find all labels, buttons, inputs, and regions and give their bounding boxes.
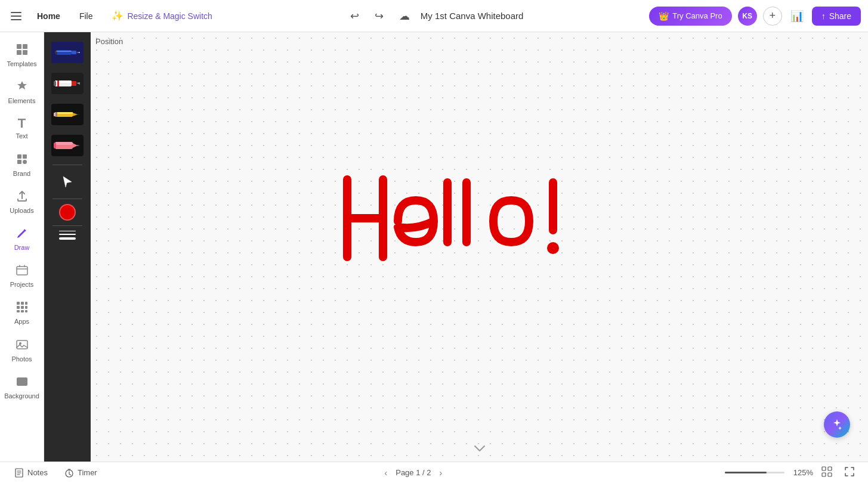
panel-divider-3 xyxy=(52,225,82,226)
svg-rect-6 xyxy=(17,160,21,164)
apps-label: Apps xyxy=(14,318,29,326)
fullscreen-icon xyxy=(844,466,855,477)
stroke-thick xyxy=(59,237,76,240)
svg-rect-5 xyxy=(23,154,27,159)
grid-view-icon xyxy=(821,466,832,477)
draw-panel: ‹ xyxy=(44,32,91,462)
stroke-thin xyxy=(59,231,76,231)
svg-rect-11 xyxy=(25,302,27,305)
svg-rect-38 xyxy=(55,112,57,117)
cloud-save-button[interactable]: ☁ xyxy=(394,7,415,25)
sidebar-item-text[interactable]: T Text xyxy=(0,111,44,146)
canvas-dots-background xyxy=(91,32,868,462)
page-info: Page 1 / 2 xyxy=(396,468,431,477)
svg-rect-20 xyxy=(17,377,27,386)
sidebar-item-brand[interactable]: Brand xyxy=(0,147,44,184)
cursor-tool[interactable] xyxy=(50,170,85,194)
notes-button[interactable]: Notes xyxy=(10,466,52,480)
avatar[interactable]: KS xyxy=(738,7,757,26)
draw-icon xyxy=(16,227,29,242)
sidebar-item-draw[interactable]: Draw xyxy=(0,221,44,258)
text-label: Text xyxy=(16,132,27,140)
svg-rect-0 xyxy=(17,44,21,49)
fullscreen-button[interactable] xyxy=(841,465,858,481)
sidebar-item-apps[interactable]: Apps xyxy=(0,295,44,332)
sidebar-item-photos[interactable]: Photos xyxy=(0,332,44,369)
menu-icon[interactable] xyxy=(7,8,25,24)
sidebar-item-projects[interactable]: Projects xyxy=(0,258,44,295)
svg-rect-16 xyxy=(21,310,24,312)
svg-rect-10 xyxy=(21,302,24,305)
panel-divider-2 xyxy=(52,199,82,199)
svg-rect-2 xyxy=(17,50,21,55)
svg-rect-1 xyxy=(23,44,27,49)
svg-rect-53 xyxy=(822,473,826,476)
content-area: ‹ Position xyxy=(44,32,868,462)
svg-rect-23 xyxy=(72,51,76,54)
panel-divider-1 xyxy=(52,165,82,165)
pencil-brush-svg xyxy=(51,104,84,125)
photos-icon xyxy=(16,338,29,353)
left-sidebar: Templates Elements T Text B xyxy=(0,32,44,462)
magic-circle-button[interactable] xyxy=(824,411,850,438)
redo-button[interactable]: ↪ xyxy=(370,7,388,25)
sidebar-item-elements[interactable]: Elements xyxy=(0,74,44,111)
pencil-brush-item[interactable] xyxy=(50,100,85,129)
document-title[interactable]: My 1st Canva Whiteboard xyxy=(421,11,524,21)
undo-button[interactable]: ↩ xyxy=(345,7,364,25)
svg-rect-18 xyxy=(17,340,27,349)
highlighter-brush-item[interactable] xyxy=(50,131,85,160)
share-button[interactable]: ↑ Share xyxy=(812,7,861,26)
sidebar-item-uploads[interactable]: Uploads xyxy=(0,184,44,221)
zoom-percentage: 125% xyxy=(789,468,813,477)
brand-icon xyxy=(16,153,29,168)
elements-icon xyxy=(16,80,29,95)
svg-rect-44 xyxy=(55,142,73,145)
page-nav-chevron[interactable] xyxy=(472,444,487,456)
stats-button[interactable]: 📊 xyxy=(788,7,806,25)
sidebar-item-templates[interactable]: Templates xyxy=(0,37,44,74)
canvas-area[interactable]: Position xyxy=(91,32,868,462)
projects-icon xyxy=(16,264,29,278)
elements-label: Elements xyxy=(8,97,36,105)
bottom-center: ‹ Page 1 / 2 › xyxy=(109,467,718,479)
share-icon: ↑ xyxy=(821,11,826,21)
svg-rect-51 xyxy=(822,467,826,470)
text-icon: T xyxy=(18,117,26,130)
svg-rect-4 xyxy=(17,154,21,159)
svg-rect-14 xyxy=(25,306,27,309)
stroke-width-selector[interactable] xyxy=(59,231,76,240)
pen-brush-svg xyxy=(51,42,84,63)
grid-view-button[interactable] xyxy=(818,465,836,481)
topbar-center: ↩ ↪ ☁ My 1st Canva Whiteboard xyxy=(224,7,644,25)
svg-rect-17 xyxy=(25,310,27,312)
color-swatch[interactable] xyxy=(59,204,76,221)
home-button[interactable]: Home xyxy=(30,8,67,24)
file-button[interactable]: File xyxy=(72,8,100,24)
uploads-label: Uploads xyxy=(10,207,33,215)
svg-rect-3 xyxy=(23,50,27,55)
resize-magic-button[interactable]: ✨ Resize & Magic Switch xyxy=(104,7,219,25)
timer-button[interactable]: Timer xyxy=(60,466,102,480)
svg-rect-26 xyxy=(56,51,72,52)
timer-icon xyxy=(64,468,74,478)
cursor-icon xyxy=(60,175,75,189)
try-pro-button[interactable]: 👑 Try Canva Pro xyxy=(649,7,731,26)
add-collaborator-button[interactable]: + xyxy=(763,7,782,26)
marker-brush-svg xyxy=(51,73,84,94)
sidebar-item-background[interactable]: Background xyxy=(0,369,44,406)
svg-rect-32 xyxy=(54,81,56,86)
position-label: Position xyxy=(95,37,123,46)
topbar: Home File ✨ Resize & Magic Switch ↩ ↪ ☁ … xyxy=(0,0,868,32)
svg-rect-52 xyxy=(828,467,832,470)
svg-rect-13 xyxy=(21,306,24,309)
pen-brush-item[interactable] xyxy=(50,38,85,67)
templates-icon xyxy=(16,43,29,58)
brand-label: Brand xyxy=(13,170,30,178)
zoom-track[interactable] xyxy=(725,472,784,473)
next-page-button[interactable]: › xyxy=(436,467,446,479)
marker-brush-item[interactable] xyxy=(50,69,85,98)
zoom-fill xyxy=(725,472,767,473)
uploads-icon xyxy=(16,190,29,205)
prev-page-button[interactable]: ‹ xyxy=(381,467,391,479)
